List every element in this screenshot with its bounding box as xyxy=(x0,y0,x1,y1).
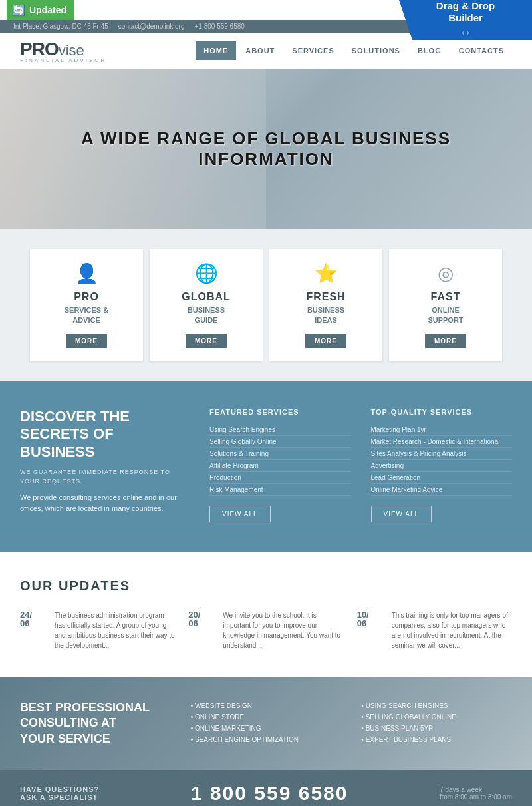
fresh-subtitle: BUSINESSIDEAS xyxy=(279,305,372,326)
pro-title: PRO xyxy=(40,291,133,303)
list-item: WEBSITE DESIGN xyxy=(191,700,342,711)
updated-badge: 🔄 Updated xyxy=(7,0,74,20)
hero-text: A WIDE RANGE OF GLOBAL BUSINESS INFORMAT… xyxy=(81,128,451,170)
update-item-3: 10/ 06 This training is only for top man… xyxy=(357,610,512,650)
pro-icon: 👤 xyxy=(40,262,133,284)
update-item-1: 24/ 06 The business administration progr… xyxy=(20,610,175,650)
phone-section: HAVE QUESTIONS? ASK A SPECIALIST 1 800 5… xyxy=(0,770,532,806)
service-card-global: 🌐 GLOBAL BUSINESSGUIDE MORE xyxy=(150,249,263,361)
list-item: Sites Analysis & Pricing Analysis xyxy=(371,448,513,460)
service-card-fast: ◎ FAST ONLINESUPPORT MORE xyxy=(389,249,502,361)
nav-services[interactable]: SERVICES xyxy=(284,41,342,60)
global-subtitle: BUSINESSGUIDE xyxy=(160,305,253,326)
consulting-right: USING SEARCH ENGINES SELLING GLOBALLY ON… xyxy=(361,700,512,745)
featured-view-all-button[interactable]: VIEW ALL xyxy=(209,506,271,522)
address: Int Place, Glasgow, DC 45 Fr 45 xyxy=(13,23,108,30)
list-item: EXPERT BUSINESS PLANS xyxy=(361,734,512,745)
list-item: Risk Management xyxy=(209,484,351,496)
phone-number[interactable]: 1 800 559 6580 xyxy=(191,782,348,805)
phone-label-line1: HAVE QUESTIONS? xyxy=(20,785,99,793)
phone: +1 800 559 6580 xyxy=(195,23,245,30)
phone-hours-line2: from 8:00 am to 3:00 am xyxy=(440,793,512,801)
featured-list: Using Search Engines Selling Globally On… xyxy=(209,424,351,496)
topquality-view-all-button[interactable]: VIEW ALL xyxy=(371,506,432,522)
list-item: ONLINE STORE xyxy=(191,711,342,723)
top-bar: 🔄 Updated Drag & Drop Builder ↔ xyxy=(0,0,532,20)
logo-vise: vise xyxy=(59,42,84,59)
update-text-2: We invite you to the school. It is impor… xyxy=(223,610,343,650)
list-item: Selling Globally Online xyxy=(209,436,351,448)
phone-hours: 7 days a week from 8:00 am to 3:00 am xyxy=(440,786,512,801)
featured-title: FEATURED SERVICES xyxy=(209,408,351,416)
list-item: Online Marketing Advice xyxy=(371,484,513,496)
consulting-inner: BEST PROFESSIONAL CONSULTING AT YOUR SER… xyxy=(20,700,512,747)
pro-more-button[interactable]: MORE xyxy=(66,334,107,348)
drag-drop-line2: Builder xyxy=(448,12,483,24)
business-heading: DISCOVER THE SECRETS OF BUSINESS xyxy=(20,408,190,461)
global-title: GLOBAL xyxy=(160,291,253,303)
update-text-1: The business administration program has … xyxy=(55,610,175,650)
list-item: BUSINESS PLAN 5YR xyxy=(361,723,512,734)
contact-info: Int Place, Glasgow, DC 45 Fr 45 contact@… xyxy=(13,23,245,30)
services-grid: 👤 PRO SERVICES &ADVICE MORE 🌐 GLOBAL BUS… xyxy=(13,249,519,361)
global-more-button[interactable]: MORE xyxy=(186,334,227,348)
list-item: Affiliate Program xyxy=(209,460,351,472)
consulting-center: WEBSITE DESIGN ONLINE STORE ONLINE MARKE… xyxy=(191,700,342,745)
fast-icon: ◎ xyxy=(399,262,492,284)
services-section: 👤 PRO SERVICES &ADVICE MORE 🌐 GLOBAL BUS… xyxy=(0,229,532,381)
fresh-icon: ⭐ xyxy=(279,262,372,284)
business-left: DISCOVER THE SECRETS OF BUSINESS WE GUAR… xyxy=(20,408,190,525)
consulting-section: BEST PROFESSIONAL CONSULTING AT YOUR SER… xyxy=(0,677,532,770)
nav-links: HOME ABOUT SERVICES SOLUTIONS BLOG CONTA… xyxy=(196,41,512,60)
consulting-list-left: WEBSITE DESIGN ONLINE STORE ONLINE MARKE… xyxy=(191,700,342,745)
list-item: Advertising xyxy=(371,460,513,472)
list-item: Lead Generation xyxy=(371,472,513,484)
logo-sub: FINANCIAL ADVISOR xyxy=(20,57,106,63)
list-item: SELLING GLOBALLY ONLINE xyxy=(361,711,512,723)
phone-label: HAVE QUESTIONS? ASK A SPECIALIST xyxy=(20,785,99,801)
topquality-title: TOP-QUALITY SERVICES xyxy=(371,408,513,416)
update-date-3: 10/ 06 xyxy=(357,610,384,650)
business-inner: DISCOVER THE SECRETS OF BUSINESS WE GUAR… xyxy=(20,408,512,525)
list-item: Using Search Engines xyxy=(209,424,351,436)
nav-about[interactable]: ABOUT xyxy=(237,41,283,60)
phone-label-line2: ASK A SPECIALIST xyxy=(20,793,99,801)
nav-blog[interactable]: BLOG xyxy=(410,41,450,60)
business-right: TOP-QUALITY SERVICES Marketing Plan 1yr … xyxy=(371,408,513,525)
service-card-pro: 👤 PRO SERVICES &ADVICE MORE xyxy=(30,249,143,361)
list-item: USING SEARCH ENGINES xyxy=(361,700,512,711)
service-card-fresh: ⭐ FRESH BUSINESSIDEAS MORE xyxy=(269,249,382,361)
guarantee-text: WE GUARANTEE IMMEDIATE RESPONSE TO YOUR … xyxy=(20,467,190,487)
updates-title: OUR UPDATES xyxy=(20,578,512,594)
drag-drop-line1: Drag & Drop xyxy=(436,0,495,12)
update-text-3: This training is only for top managers o… xyxy=(392,610,512,650)
update-item-2: 20/ 06 We invite you to the school. It i… xyxy=(188,610,343,650)
business-center: FEATURED SERVICES Using Search Engines S… xyxy=(209,408,351,525)
list-item: Production xyxy=(209,472,351,484)
phone-hours-line1: 7 days a week xyxy=(440,786,512,793)
updated-label: Updated xyxy=(29,5,66,15)
business-description: We provide consulting services online an… xyxy=(20,492,190,515)
consulting-left: BEST PROFESSIONAL CONSULTING AT YOUR SER… xyxy=(20,700,171,747)
topquality-list: Marketing Plan 1yr Market Research - Dom… xyxy=(371,424,513,496)
list-item: Marketing Plan 1yr xyxy=(371,424,513,436)
sync-icon: 🔄 xyxy=(12,4,25,17)
nav-home[interactable]: HOME xyxy=(196,41,236,60)
nav-contacts[interactable]: CONTACTS xyxy=(451,41,512,60)
updates-section: OUR UPDATES 24/ 06 The business administ… xyxy=(0,552,532,677)
drag-drop-badge: Drag & Drop Builder ↔ xyxy=(399,0,532,40)
pro-subtitle: SERVICES &ADVICE xyxy=(40,305,133,326)
hero-headline: A WIDE RANGE OF GLOBAL BUSINESS INFORMAT… xyxy=(81,128,451,170)
logo-pro: PRO xyxy=(20,39,59,59)
fast-more-button[interactable]: MORE xyxy=(425,334,466,348)
fast-subtitle: ONLINESUPPORT xyxy=(399,305,492,326)
update-date-1: 24/ 06 xyxy=(20,610,47,650)
fresh-more-button[interactable]: MORE xyxy=(305,334,346,348)
arrows-icon: ↔ xyxy=(459,24,472,40)
nav-solutions[interactable]: SOLUTIONS xyxy=(344,41,408,60)
fast-title: FAST xyxy=(399,291,492,303)
business-section: DISCOVER THE SECRETS OF BUSINESS WE GUAR… xyxy=(0,381,532,552)
hero-section: A WIDE RANGE OF GLOBAL BUSINESS INFORMAT… xyxy=(0,69,532,229)
fresh-title: FRESH xyxy=(279,291,372,303)
email: contact@demolink.org xyxy=(118,23,185,30)
